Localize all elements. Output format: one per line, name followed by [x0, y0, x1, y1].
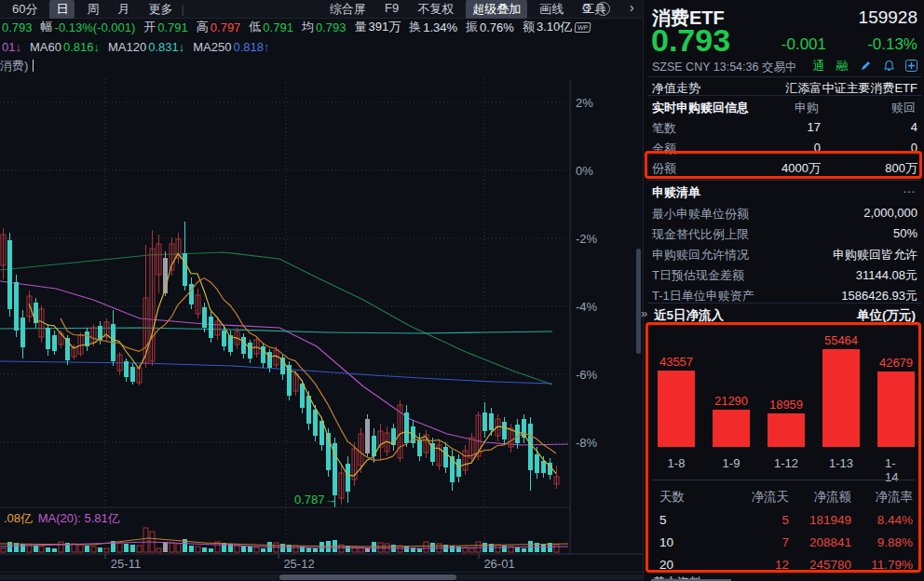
- row-label: T日预估现金差额: [652, 267, 744, 284]
- flow-table-cell: 11.79%: [871, 558, 913, 572]
- tool-tab-0[interactable]: 综合屏: [323, 0, 373, 19]
- divider: [647, 95, 921, 96]
- segment: 0.793: [316, 20, 346, 34]
- divider: [647, 303, 921, 304]
- segment: 0.793: [2, 20, 33, 34]
- realtime-section-title: 实时申购赎回信息: [652, 100, 749, 116]
- expand-toolbar-icon[interactable]: ›: [630, 0, 634, 15]
- tool-tab-4[interactable]: 画线: [533, 0, 570, 19]
- flow-table-cell: 245780: [809, 558, 851, 572]
- horizontal-scrollbar-thumb[interactable]: [279, 574, 456, 580]
- period-tab-4[interactable]: 更多: [142, 0, 179, 19]
- row-value: 50%: [893, 226, 917, 240]
- segment: 振: [466, 19, 478, 35]
- segment: 0.791: [263, 20, 293, 34]
- period-tabs: 60分日周月更多: [6, 0, 179, 19]
- inflow-bar: [768, 413, 805, 447]
- segment: 0.818↑: [233, 40, 269, 54]
- wp-overlay-icon[interactable]: WP: [575, 22, 591, 33]
- flow-table-cell: 9.88%: [877, 535, 913, 549]
- flow-table-cell: 8.44%: [877, 513, 913, 527]
- svg-text:-2%: -2%: [576, 232, 598, 246]
- svg-text:-6%: -6%: [576, 368, 598, 382]
- tool-tab-2[interactable]: 不复权: [411, 0, 460, 19]
- more-ellipsis-icon[interactable]: …: [903, 181, 916, 196]
- flow-table-cell: 7: [781, 535, 789, 549]
- svg-text:0.787→: 0.787→: [294, 493, 337, 507]
- net-inflow-bar-chart: 435571-8212901-9189591-12554641-13426791…: [648, 325, 918, 570]
- segment: MA60: [30, 40, 61, 54]
- tool-tabs: 综合屏F9不复权超级叠加画线工具: [323, 0, 613, 19]
- tool-tab-3[interactable]: 超级叠加: [466, 0, 527, 19]
- help-icon[interactable]: ?: [596, 2, 610, 16]
- inflow-bar-value: 43557: [659, 355, 693, 369]
- segment: 均: [302, 19, 314, 35]
- inflow-bar: [658, 371, 695, 447]
- kline-chart[interactable]: 2%0%-2%-4%-6%-8%25-1125-1226-010.787→: [0, 79, 645, 581]
- edit-icon[interactable]: [860, 59, 872, 74]
- svg-text:-8%: -8%: [576, 436, 598, 450]
- row-label: 现金替代比例上限: [652, 226, 749, 243]
- segment: MA250: [193, 40, 231, 54]
- segment: 0.831↓: [148, 40, 184, 54]
- row-value: 31144.08元: [856, 267, 917, 284]
- segment: 量: [354, 19, 366, 35]
- segment: 高: [197, 19, 209, 35]
- segment: 391万: [368, 19, 401, 35]
- top-toolbar: 60分日周月更多 | 综合屏F9不复权超级叠加画线工具 ⚙ ? ›: [0, 0, 643, 19]
- period-tab-1[interactable]: 日: [49, 0, 75, 19]
- text-cursor: [33, 60, 34, 72]
- segment: 低: [249, 19, 261, 35]
- segment: MA120: [108, 40, 146, 54]
- segment: 0.76%: [480, 20, 514, 34]
- segment: MA(20): 5.81亿: [34, 511, 120, 525]
- period-tab-2[interactable]: 周: [80, 0, 105, 19]
- flow-table-cell: 10: [659, 535, 673, 549]
- segment: 幅: [41, 19, 53, 35]
- divider: [647, 180, 921, 181]
- inflow-bar: [822, 349, 860, 447]
- row-label: 申购赎回允许情况: [652, 247, 749, 263]
- tool-tab-1[interactable]: F9: [378, 0, 405, 19]
- row-value: 4: [911, 120, 917, 134]
- period-tab-0[interactable]: 60分: [6, 0, 44, 19]
- vertical-scrollbar[interactable]: [636, 249, 641, 354]
- inflow-bar-value: 42679: [879, 356, 913, 370]
- margin-badge-tong: 通: [812, 59, 825, 73]
- add-icon[interactable]: [905, 59, 917, 74]
- gear-icon[interactable]: ⚙: [581, 1, 592, 15]
- period-tab-3[interactable]: 月: [111, 0, 136, 19]
- kline-svg: 2%0%-2%-4%-6%-8%25-1125-1226-010.787→: [0, 79, 645, 581]
- flow-table-cell: 181949: [809, 513, 851, 527]
- net-inflow-highlight-box: 435571-8212901-9189591-12554641-13426791…: [645, 322, 921, 573]
- segment: 3.10亿: [537, 19, 572, 35]
- quote-summary-row: 0.793幅-0.13%(-0.001)开0.791高0.797低0.791均0…: [0, 18, 643, 36]
- segment: 额: [523, 19, 535, 35]
- app-window: { "toolbar": { "period_tabs": ["60分","日"…: [0, 0, 924, 581]
- inflow-bar-date: 1-12: [774, 456, 798, 470]
- segment: .08亿: [4, 511, 33, 525]
- stock-info-panel: 消费ETF 159928 0.793 -0.001 -0.13% SZSE CN…: [643, 0, 924, 581]
- price-change-pct: -0.13%: [867, 35, 917, 54]
- alert-bell-icon[interactable]: [883, 59, 895, 74]
- overlay-index-label: 消费): [0, 58, 34, 74]
- collapse-chevron-icon[interactable]: »: [641, 306, 647, 320]
- quick-icons: 通 融: [806, 57, 917, 75]
- inflow-bar-date: 1-8: [668, 456, 686, 470]
- flow-table-cell: 208841: [809, 535, 851, 549]
- segment: 开: [143, 19, 156, 35]
- segment: 0.797: [211, 20, 241, 34]
- segment: -0.13%(-0.001): [55, 20, 136, 34]
- col-redeem: 赎回: [891, 100, 916, 116]
- row-label: 最小申赎单位份额: [652, 206, 749, 223]
- col-subscribe: 申购: [795, 100, 819, 116]
- price-change: -0.001: [781, 35, 826, 54]
- flow-table-cell: 12: [775, 558, 789, 572]
- segment: 1.34%: [423, 20, 457, 34]
- row-label: 笔数: [652, 120, 676, 137]
- ma-indicator-row: 01↓MA600.816↓MA1200.831↓MA2500.818↑: [0, 37, 643, 56]
- exchange-status: SZSE CNY 13:54:36 交易中: [652, 60, 796, 75]
- divider: [652, 480, 915, 480]
- inflow-bar-value: 18959: [769, 398, 803, 412]
- toolbar-separator: |: [181, 2, 183, 16]
